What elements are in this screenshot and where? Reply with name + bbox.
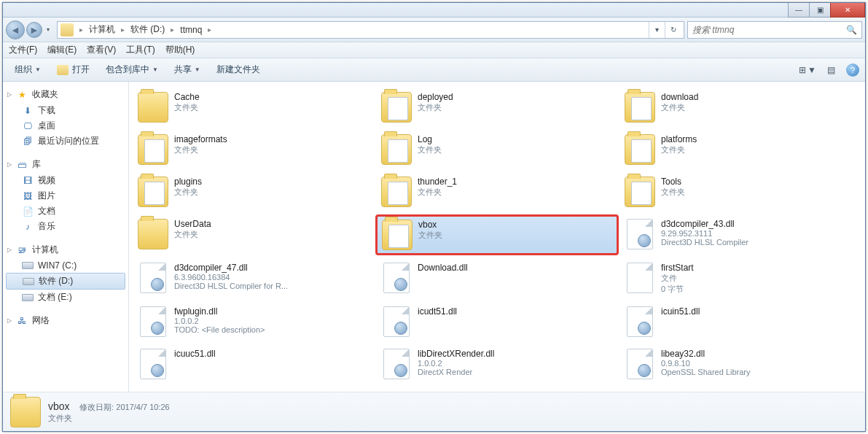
chevron-icon[interactable]: ▸ bbox=[77, 24, 86, 35]
file-icon bbox=[625, 263, 655, 293]
file-item[interactable]: platforms文件夹 bbox=[620, 131, 861, 168]
sidebar-item-documents[interactable]: 📄文档 bbox=[3, 204, 128, 219]
file-item[interactable]: libDirectXRender.dll1.0.0.2DirectX Rende… bbox=[377, 346, 617, 382]
file-list[interactable]: Cache文件夹deployed文件夹download文件夹imageforma… bbox=[129, 82, 865, 392]
library-icon: 🗃 bbox=[16, 159, 28, 171]
file-item[interactable]: libeay32.dll0.9.8.10OpenSSL Shared Libra… bbox=[620, 346, 861, 382]
item-name: libeay32.dll bbox=[661, 349, 856, 359]
folder-icon bbox=[381, 92, 412, 123]
file-item[interactable]: deployed文件夹 bbox=[377, 89, 617, 125]
item-name: libDirectXRender.dll bbox=[418, 349, 613, 359]
sidebar-item-pictures[interactable]: 🖼图片 bbox=[3, 188, 128, 204]
item-name: icudt51.dll bbox=[418, 306, 613, 317]
folder-icon bbox=[60, 23, 74, 36]
include-in-library-button[interactable]: 包含到库中▼ bbox=[100, 61, 164, 78]
file-item[interactable]: plugins文件夹 bbox=[133, 174, 374, 210]
menu-help[interactable]: 帮助(H) bbox=[165, 44, 195, 56]
file-item[interactable]: icudt51.dll bbox=[377, 303, 617, 340]
sidebar-item-recent[interactable]: 🗐最近访问的位置 bbox=[3, 133, 128, 149]
file-item[interactable]: download文件夹 bbox=[620, 89, 861, 125]
file-item[interactable]: Log文件夹 bbox=[377, 131, 617, 168]
sidebar-item-e-drive[interactable]: 文档 (E:) bbox=[3, 290, 128, 305]
drive-icon bbox=[23, 276, 34, 287]
sidebar-item-videos[interactable]: 🎞视频 bbox=[3, 173, 128, 188]
maximize-button[interactable]: ▣ bbox=[809, 3, 831, 18]
menu-view[interactable]: 查看(V) bbox=[87, 44, 116, 56]
chevron-icon[interactable]: ▸ bbox=[168, 24, 177, 35]
open-button[interactable]: 打开 bbox=[51, 61, 95, 78]
dll-file-icon bbox=[138, 263, 168, 293]
navbar: ◄ ► ▾ ▸ 计算机 ▸ 软件 (D:) ▸ ttmnq ▸ ▾ ↻ 🔍 bbox=[3, 18, 865, 42]
titlebar: — ▣ ✕ bbox=[3, 3, 865, 18]
sidebar-item-downloads[interactable]: ⬇下载 bbox=[3, 103, 128, 118]
menu-tools[interactable]: 工具(T) bbox=[126, 44, 155, 56]
search-box[interactable]: 🔍 bbox=[687, 21, 862, 39]
download-icon: ⬇ bbox=[22, 105, 34, 117]
file-item[interactable]: firstStart文件0 字节 bbox=[620, 260, 861, 298]
dll-file-icon bbox=[625, 349, 655, 379]
file-item[interactable]: Tools文件夹 bbox=[620, 174, 861, 210]
item-sub: 文件夹 bbox=[418, 144, 613, 155]
preview-pane-button[interactable]: ▤ bbox=[820, 62, 842, 78]
file-item[interactable]: Cache文件夹 bbox=[133, 89, 374, 125]
dll-file-icon bbox=[625, 219, 655, 249]
chevron-icon[interactable]: ▸ bbox=[205, 24, 214, 35]
file-item[interactable]: fwplugin.dll1.0.0.2TODO: <File descripti… bbox=[133, 303, 374, 340]
sidebar-item-d-drive[interactable]: 软件 (D:) bbox=[6, 273, 125, 290]
chevron-icon[interactable]: ▸ bbox=[118, 24, 128, 35]
folder-icon bbox=[382, 220, 413, 250]
item-sub: 6.3.9600.16384 bbox=[174, 273, 370, 282]
item-sub: 文件夹 bbox=[418, 230, 612, 241]
item-name: UserData bbox=[174, 219, 370, 229]
file-item[interactable]: d3dcompiler_47.dll6.3.9600.16384Direct3D… bbox=[133, 260, 374, 298]
history-dropdown[interactable]: ▾ bbox=[42, 26, 54, 33]
help-button[interactable]: ? bbox=[846, 63, 859, 77]
item-sub2: DirectX Render bbox=[418, 368, 613, 376]
file-item[interactable]: imageformats文件夹 bbox=[133, 131, 374, 168]
breadcrumb-item[interactable]: 计算机 bbox=[86, 22, 118, 37]
sidebar-network[interactable]: ▷🖧网络 bbox=[3, 312, 128, 329]
view-mode-button[interactable]: ⊞▼ bbox=[797, 62, 818, 78]
sidebar-libraries[interactable]: ▷🗃库 bbox=[3, 156, 128, 173]
menu-edit[interactable]: 编辑(E) bbox=[47, 44, 77, 56]
share-button[interactable]: 共享▼ bbox=[168, 61, 206, 78]
file-item[interactable]: UserData文件夹 bbox=[133, 216, 374, 254]
sidebar-item-music[interactable]: ♪音乐 bbox=[3, 219, 128, 234]
forward-button[interactable]: ► bbox=[26, 22, 42, 38]
item-name: platforms bbox=[661, 134, 856, 144]
close-button[interactable]: ✕ bbox=[830, 3, 865, 18]
file-item[interactable]: d3dcompiler_43.dll9.29.952.3111Direct3D … bbox=[620, 216, 861, 254]
address-dropdown[interactable]: ▾ bbox=[649, 22, 665, 38]
recent-icon: 🗐 bbox=[22, 136, 34, 147]
file-item[interactable]: icuuc51.dll bbox=[133, 346, 374, 382]
folder-icon bbox=[138, 177, 168, 207]
item-name: icuuc51.dll bbox=[174, 349, 370, 359]
new-folder-button[interactable]: 新建文件夹 bbox=[211, 61, 266, 78]
refresh-button[interactable]: ↻ bbox=[665, 22, 681, 38]
sidebar-computer[interactable]: ▷🖳计算机 bbox=[3, 241, 128, 258]
file-item[interactable]: thunder_1文件夹 bbox=[377, 174, 617, 210]
toolbar: 组织▼ 打开 包含到库中▼ 共享▼ 新建文件夹 ⊞▼ ▤ ? bbox=[3, 58, 865, 82]
sidebar-item-c-drive[interactable]: WIN7 (C:) bbox=[3, 258, 128, 273]
dll-file-icon bbox=[381, 306, 412, 337]
open-folder-icon bbox=[57, 65, 69, 75]
folder-icon bbox=[625, 134, 655, 165]
star-icon: ★ bbox=[16, 89, 28, 101]
drive-icon bbox=[22, 260, 34, 271]
file-item[interactable]: vbox文件夹 bbox=[377, 216, 617, 254]
breadcrumb-item[interactable]: 软件 (D:) bbox=[128, 22, 168, 37]
search-input[interactable] bbox=[692, 25, 846, 35]
minimize-button[interactable]: — bbox=[788, 3, 810, 18]
breadcrumb-item[interactable]: ttmnq bbox=[177, 23, 205, 36]
sidebar-item-desktop[interactable]: 🖵桌面 bbox=[3, 118, 128, 133]
organize-button[interactable]: 组织▼ bbox=[9, 61, 47, 78]
item-name: imageformats bbox=[174, 134, 370, 144]
sidebar-favorites[interactable]: ▷★收藏夹 bbox=[3, 86, 128, 103]
address-bar[interactable]: ▸ 计算机 ▸ 软件 (D:) ▸ ttmnq ▸ ▾ ↻ bbox=[57, 21, 684, 39]
menu-file[interactable]: 文件(F) bbox=[9, 44, 37, 56]
details-mod-label: 修改日期: bbox=[79, 403, 114, 411]
file-item[interactable]: icuin51.dll bbox=[620, 303, 861, 340]
back-button[interactable]: ◄ bbox=[6, 20, 25, 39]
file-item[interactable]: Download.dll bbox=[377, 260, 617, 298]
search-icon[interactable]: 🔍 bbox=[846, 25, 857, 35]
